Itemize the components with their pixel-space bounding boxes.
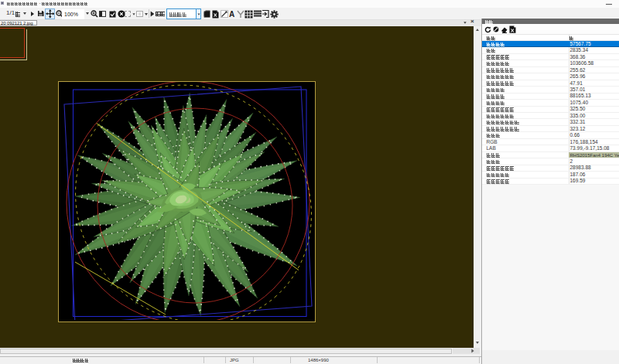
svg-text:A: A [229, 10, 234, 19]
